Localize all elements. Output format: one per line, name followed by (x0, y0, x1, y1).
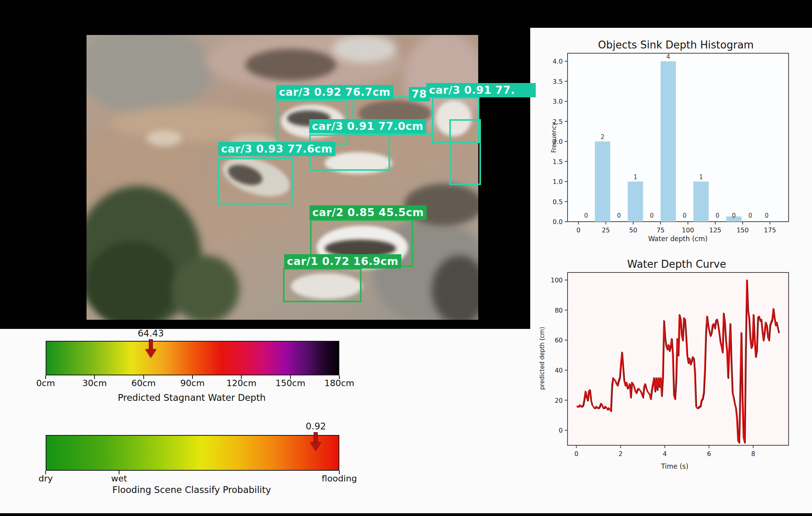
water-foam (146, 130, 182, 146)
histogram-bar (660, 61, 676, 222)
svg-text:25: 25 (602, 226, 610, 234)
gauge-tick-label: 0cm (36, 378, 55, 388)
detection-label: car/3 0.91 77. (426, 83, 536, 97)
tree-foliage (172, 255, 239, 320)
probability-gauge-marker: 0.92 (306, 421, 326, 451)
svg-text:3.0: 3.0 (553, 98, 563, 105)
detection-box (449, 119, 481, 185)
gauge-tick-label: wet (111, 473, 127, 483)
svg-text:150: 150 (737, 226, 749, 234)
histogram-bar-label: 0 (749, 212, 752, 219)
curve-ylabel: predicted depth (cm) (539, 327, 546, 390)
probability-arrow-icon (314, 432, 318, 442)
histogram-bar-label: 0 (584, 212, 588, 219)
svg-text:175: 175 (764, 226, 776, 234)
histogram-bar (693, 182, 709, 222)
histogram-xlabel: Water depth (cm) (648, 235, 708, 243)
water-streak (87, 138, 198, 186)
depth-arrow-icon (149, 339, 153, 349)
svg-text:100: 100 (550, 276, 563, 284)
depth-gauge-marker: 64.43 (138, 328, 164, 358)
gauge-tick-label: flooding (322, 473, 357, 483)
curve-chart: 02468020406080100 (530, 250, 812, 489)
svg-text:50: 50 (629, 226, 637, 234)
gauge-tick-label: 180cm (324, 378, 354, 388)
gauge-tick-label: 90cm (180, 378, 205, 388)
svg-text:80: 80 (555, 307, 563, 314)
svg-text:6: 6 (707, 450, 711, 458)
detection-label: car/2 0.85 45.5cm (310, 205, 427, 220)
svg-text:100: 100 (682, 226, 694, 234)
histogram-bar-label: 0 (683, 212, 687, 219)
svg-text:1.5: 1.5 (553, 158, 563, 166)
svg-text:125: 125 (709, 226, 722, 234)
histogram-bar-label: 0 (716, 212, 720, 219)
scene-dark-car-top (245, 49, 337, 81)
depth-gauge-colorbar (46, 341, 339, 375)
svg-text:8: 8 (751, 450, 755, 458)
histogram-bar-label: 2 (600, 133, 604, 141)
histogram-bar-label: 0 (617, 212, 621, 219)
detection-label: car/1 0.72 16.9cm (284, 254, 401, 269)
histogram-bar (628, 182, 643, 222)
svg-text:2: 2 (619, 450, 623, 458)
svg-text:3.5: 3.5 (553, 78, 563, 85)
svg-text:4.0: 4.0 (553, 58, 563, 65)
gauge-tick-label: 30cm (83, 378, 107, 388)
curve-xlabel: Time (s) (661, 462, 688, 470)
detection-label: car/3 0.92 76.7cm (276, 85, 393, 99)
probability-gauge-value: 0.92 (306, 421, 326, 431)
bottom-black-strip (0, 513, 812, 516)
histogram-ylabel: Frequency (550, 122, 558, 153)
svg-text:1.0: 1.0 (553, 178, 563, 186)
gauge-tick-label: 60cm (131, 378, 156, 388)
tree-foliage (87, 242, 178, 320)
gauge-tick-label: 120cm (227, 378, 257, 388)
histogram-bar-label: 1 (633, 174, 637, 181)
detection-label: car/3 0.91 77.0cm (309, 119, 426, 133)
scene-white-blob-top (333, 35, 396, 63)
gauge-tick-label: dry (38, 473, 53, 483)
gauge-tick-label: 150cm (275, 378, 306, 388)
depth-gauge-value: 64.43 (138, 328, 164, 338)
svg-text:0: 0 (559, 427, 563, 434)
histogram-bar-label: 0 (765, 212, 769, 219)
svg-text:0.5: 0.5 (553, 198, 563, 206)
histogram-bar-label: 0 (732, 212, 736, 219)
svg-text:4: 4 (663, 450, 667, 458)
app-stage: car/3 0.92 76.7cm78car/3 0.91 77.car/3 0… (0, 0, 812, 516)
scene-sky-blur (87, 35, 214, 114)
detection-box (217, 158, 293, 205)
svg-text:75: 75 (656, 226, 664, 234)
svg-text:40: 40 (555, 367, 563, 374)
svg-text:0: 0 (576, 226, 580, 234)
svg-text:60: 60 (555, 336, 563, 344)
depth-gauge-title: Predicted Stagnant Water Depth (118, 392, 266, 403)
histogram-bar (595, 141, 610, 222)
detection-label: car/3 0.93 77.6cm (218, 142, 335, 156)
svg-text:0.0: 0.0 (553, 218, 563, 226)
svg-text:0: 0 (574, 450, 578, 458)
histogram-bar-label: 0 (650, 212, 654, 219)
detection-box (283, 268, 362, 302)
histogram-chart: 02550751001251501750.00.51.01.52.02.53.0… (530, 28, 812, 250)
histogram-bar-label: 1 (699, 174, 703, 181)
probability-gauge-colorbar (46, 435, 339, 471)
probability-gauge-title: Flooding Scene Classify Probability (112, 485, 271, 495)
svg-text:20: 20 (555, 397, 563, 404)
histogram-bar-label: 4 (666, 53, 670, 60)
